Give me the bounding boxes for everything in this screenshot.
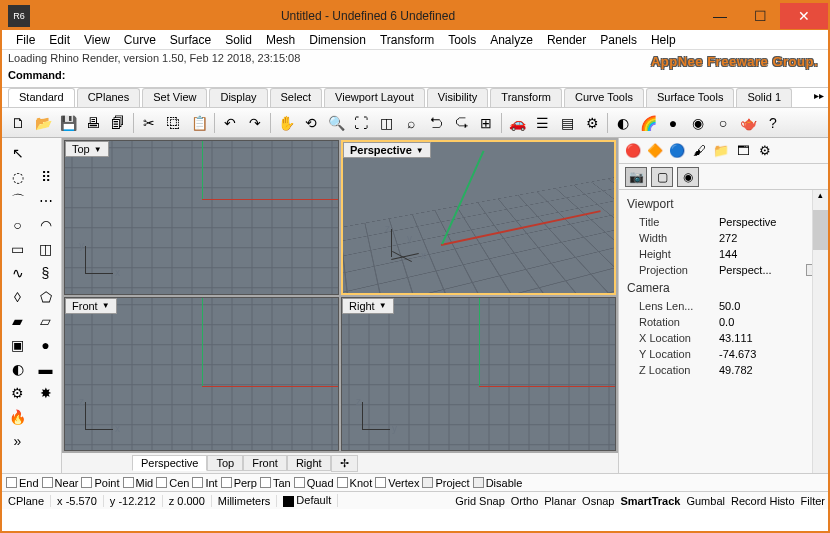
- helix-tool[interactable]: §: [33, 262, 59, 284]
- osnap-int-checkbox[interactable]: [192, 477, 203, 488]
- menu-render[interactable]: Render: [541, 31, 592, 49]
- redo-icon[interactable]: ↷: [243, 111, 267, 135]
- viewport-tab-perspective[interactable]: Perspective: [132, 455, 207, 471]
- panel-brush-icon[interactable]: 🖌: [689, 141, 709, 161]
- menu-transform[interactable]: Transform: [374, 31, 440, 49]
- rainbow-icon[interactable]: 🌈: [636, 111, 660, 135]
- tooltab-curve-tools[interactable]: Curve Tools: [564, 88, 644, 107]
- text-tool[interactable]: ◊: [5, 286, 31, 308]
- grid-4-icon[interactable]: ⊞: [474, 111, 498, 135]
- undo-view-icon[interactable]: ⮌: [424, 111, 448, 135]
- open-icon[interactable]: 📂: [31, 111, 55, 135]
- new-icon[interactable]: 🗋: [6, 111, 30, 135]
- status-toggle-record-histo[interactable]: Record Histo: [728, 495, 798, 507]
- status-cplane[interactable]: CPlane: [2, 495, 51, 507]
- paste-icon[interactable]: 📋: [187, 111, 211, 135]
- viewport-front[interactable]: Front▼ xz: [64, 297, 339, 452]
- status-layer[interactable]: Default: [277, 494, 338, 507]
- zoom-win-icon[interactable]: ⌕: [399, 111, 423, 135]
- panel-gear-icon[interactable]: ⚙: [755, 141, 775, 161]
- panel-window-icon[interactable]: 🗔: [733, 141, 753, 161]
- tooltab-transform[interactable]: Transform: [490, 88, 562, 107]
- tooltab-select[interactable]: Select: [270, 88, 323, 107]
- panel-hat-icon[interactable]: 🔶: [645, 141, 665, 161]
- menu-dimension[interactable]: Dimension: [303, 31, 372, 49]
- osnap-point-checkbox[interactable]: [81, 477, 92, 488]
- status-units[interactable]: Millimeters: [212, 495, 278, 507]
- display-wireframe-icon[interactable]: ▢: [651, 167, 673, 187]
- menu-panels[interactable]: Panels: [594, 31, 643, 49]
- prop-projection[interactable]: Perspect...: [717, 263, 806, 277]
- select-pts-tool[interactable]: ⠿: [33, 166, 59, 188]
- zoom-sel-icon[interactable]: ◫: [374, 111, 398, 135]
- menu-tools[interactable]: Tools: [442, 31, 482, 49]
- polyline-tool[interactable]: ⌒: [5, 190, 31, 212]
- menu-surface[interactable]: Surface: [164, 31, 217, 49]
- status-toggle-osnap[interactable]: Osnap: [579, 495, 617, 507]
- menu-file[interactable]: File: [10, 31, 41, 49]
- viewport-right[interactable]: Right▼ yz: [341, 297, 616, 452]
- doc-icon[interactable]: 🗐: [106, 111, 130, 135]
- menu-curve[interactable]: Curve: [118, 31, 162, 49]
- display-shaded-icon[interactable]: ◉: [677, 167, 699, 187]
- tooltab-display[interactable]: Display: [209, 88, 267, 107]
- tooltab-surface-tools[interactable]: Surface Tools: [646, 88, 734, 107]
- curve-tool[interactable]: ∿: [5, 262, 31, 284]
- car-icon[interactable]: 🚗: [505, 111, 529, 135]
- panel-scrollbar[interactable]: ▴: [812, 190, 828, 473]
- osnap-end-checkbox[interactable]: [6, 477, 17, 488]
- surface2-tool[interactable]: ▱: [33, 310, 59, 332]
- help-icon[interactable]: ?: [761, 111, 785, 135]
- right-arrow-tool[interactable]: »: [5, 430, 31, 452]
- layers-icon[interactable]: ☰: [530, 111, 554, 135]
- tooltab-viewport-layout[interactable]: Viewport Layout: [324, 88, 425, 107]
- osnap-mid-checkbox[interactable]: [123, 477, 134, 488]
- sphere2-icon[interactable]: ○: [711, 111, 735, 135]
- tooltab-cplanes[interactable]: CPlanes: [77, 88, 141, 107]
- pts-tool[interactable]: ⋯: [33, 190, 59, 212]
- hand-icon[interactable]: ✋: [274, 111, 298, 135]
- sphere-tool[interactable]: ●: [33, 334, 59, 356]
- osnap-cen-checkbox[interactable]: [156, 477, 167, 488]
- pointer-tool[interactable]: ↖: [5, 142, 31, 164]
- rect-tool[interactable]: ▭: [5, 238, 31, 260]
- print-icon[interactable]: 🖶: [81, 111, 105, 135]
- panel-folder-icon[interactable]: 📁: [711, 141, 731, 161]
- flame-tool[interactable]: 🔥: [5, 406, 31, 428]
- minimize-button[interactable]: —: [700, 3, 740, 29]
- viewport-label-front[interactable]: Front▼: [65, 298, 117, 314]
- extrude-tool[interactable]: ▬: [33, 358, 59, 380]
- menu-analyze[interactable]: Analyze: [484, 31, 539, 49]
- cut-icon[interactable]: ✂: [137, 111, 161, 135]
- panel-sphere-icon[interactable]: 🔵: [667, 141, 687, 161]
- viewport-label-perspective[interactable]: Perspective▼: [343, 142, 431, 158]
- osnap-perp-checkbox[interactable]: [221, 477, 232, 488]
- tooltab-standard[interactable]: Standard: [8, 88, 75, 107]
- viewport-label-top[interactable]: Top▼: [65, 141, 109, 157]
- menu-view[interactable]: View: [78, 31, 116, 49]
- rect2-tool[interactable]: ◫: [33, 238, 59, 260]
- shade-icon[interactable]: ●: [661, 111, 685, 135]
- zoom-extents-icon[interactable]: ⛶: [349, 111, 373, 135]
- osnap-near-checkbox[interactable]: [42, 477, 53, 488]
- viewport-tab-right[interactable]: Right: [287, 455, 331, 471]
- viewport-top[interactable]: Top▼ xy: [64, 140, 339, 295]
- status-toggle-grid-snap[interactable]: Grid Snap: [452, 495, 508, 507]
- tooltabs-scroll-right[interactable]: ▸▸: [810, 88, 828, 107]
- viewport-label-right[interactable]: Right▼: [342, 298, 394, 314]
- tooltab-solid-1[interactable]: Solid 1: [736, 88, 792, 107]
- menu-help[interactable]: Help: [645, 31, 682, 49]
- close-button[interactable]: ✕: [780, 3, 828, 29]
- tooltab-visibility[interactable]: Visibility: [427, 88, 489, 107]
- layers2-icon[interactable]: ▤: [555, 111, 579, 135]
- osnap-tan-checkbox[interactable]: [260, 477, 271, 488]
- zoom-icon[interactable]: 🔍: [324, 111, 348, 135]
- menu-solid[interactable]: Solid: [219, 31, 258, 49]
- arc-tool[interactable]: ◠: [33, 214, 59, 236]
- add-viewport-tab[interactable]: ✢: [331, 455, 358, 472]
- osnap-knot-checkbox[interactable]: [337, 477, 348, 488]
- tooltab-set-view[interactable]: Set View: [142, 88, 207, 107]
- rotate-view-icon[interactable]: ⟲: [299, 111, 323, 135]
- viewport-tab-front[interactable]: Front: [243, 455, 287, 471]
- maximize-button[interactable]: ☐: [740, 3, 780, 29]
